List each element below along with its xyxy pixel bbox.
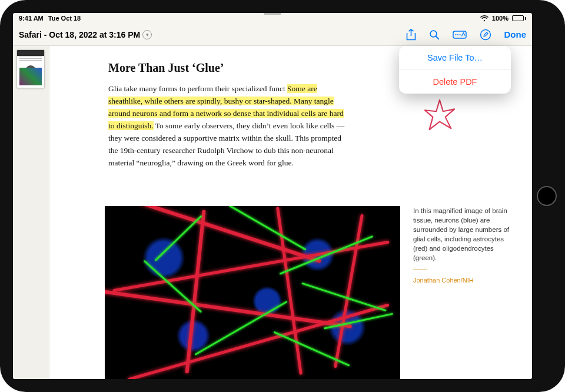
autofill-pen-button[interactable] bbox=[480, 29, 491, 41]
share-icon bbox=[406, 29, 416, 41]
done-popover-menu: Save File To… Delete PDF bbox=[399, 46, 511, 94]
figure-caption: In this magnified image of brain tissue,… bbox=[413, 206, 514, 285]
status-date: Tue Oct 18 bbox=[48, 15, 81, 22]
svg-line-1 bbox=[436, 36, 438, 39]
svg-point-6 bbox=[480, 29, 490, 39]
delete-pdf-item[interactable]: Delete PDF bbox=[399, 69, 511, 94]
document-toolbar: Safari - Oct 18, 2022 at 3:16 PM ▾ Done bbox=[13, 24, 532, 46]
autofill-pen-circle-icon bbox=[480, 29, 491, 41]
article-figure bbox=[105, 206, 400, 379]
markup-button[interactable] bbox=[453, 29, 467, 40]
save-file-to-item[interactable]: Save File To… bbox=[399, 46, 511, 69]
battery-percent: 100% bbox=[492, 15, 508, 22]
chevron-down-icon: ▾ bbox=[142, 30, 152, 39]
page-thumbnail-sidebar[interactable]: ••• bbox=[13, 46, 49, 379]
thumbnail-more-icon[interactable]: ••• bbox=[25, 65, 36, 76]
document-page[interactable]: More Than Just ‘Glue’ Glia take many for… bbox=[49, 46, 532, 379]
svg-point-4 bbox=[457, 34, 458, 35]
battery-icon bbox=[512, 15, 526, 21]
search-icon bbox=[429, 29, 440, 40]
caption-credit: Jonathan Cohen/NIH bbox=[413, 277, 474, 284]
wifi-icon bbox=[480, 15, 488, 22]
home-button[interactable] bbox=[537, 186, 557, 206]
drawn-star-annotation[interactable] bbox=[423, 98, 457, 132]
screen: 9:41 AM Tue Oct 18 100% Safari - Oct 18,… bbox=[13, 13, 532, 379]
search-button[interactable] bbox=[429, 29, 440, 40]
svg-point-3 bbox=[455, 34, 456, 35]
article-paragraph: Glia take many forms to perform their sp… bbox=[108, 83, 350, 169]
done-button[interactable]: Done bbox=[504, 29, 527, 39]
paragraph-intro: Glia take many forms to perform their sp… bbox=[108, 84, 285, 93]
multitask-grabber[interactable] bbox=[264, 13, 281, 15]
document-title-dropdown[interactable]: Safari - Oct 18, 2022 at 3:16 PM ▾ bbox=[19, 30, 152, 39]
ipad-device-frame: 9:41 AM Tue Oct 18 100% Safari - Oct 18,… bbox=[0, 0, 565, 392]
document-title: Safari - Oct 18, 2022 at 3:16 PM bbox=[19, 30, 140, 39]
svg-point-5 bbox=[459, 34, 460, 35]
caption-divider bbox=[413, 269, 427, 270]
content-area: ••• More Than Just ‘Glue’ Glia take many… bbox=[13, 46, 532, 379]
caption-text: In this magnified image of brain tissue,… bbox=[413, 207, 509, 261]
page-thumbnail[interactable]: ••• bbox=[16, 49, 45, 88]
status-time: 9:41 AM bbox=[19, 15, 44, 22]
markup-icon bbox=[453, 29, 467, 40]
status-bar: 9:41 AM Tue Oct 18 100% bbox=[13, 13, 532, 24]
share-button[interactable] bbox=[406, 29, 416, 41]
